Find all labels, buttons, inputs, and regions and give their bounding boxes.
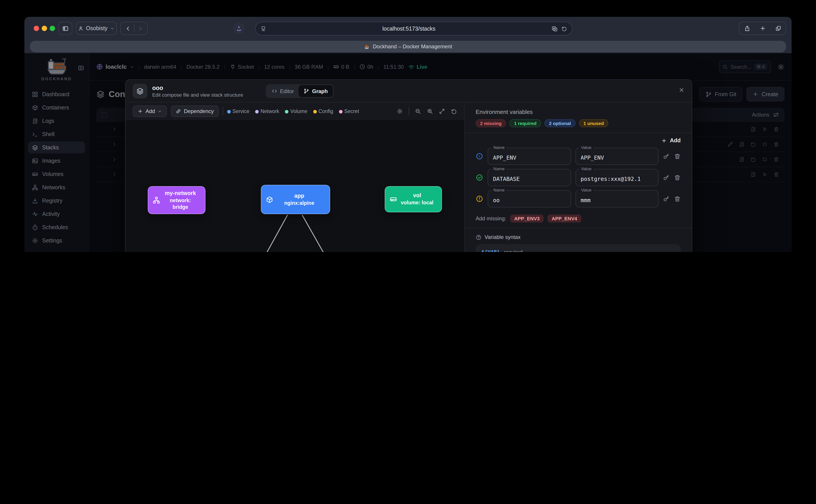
- tab-title-banner[interactable]: Dockhand – Docker Management: [30, 41, 786, 52]
- env-name-field: Name: [488, 190, 571, 207]
- network-icon: [153, 196, 160, 204]
- modal-header: ooo Edit compose file and view stack str…: [125, 80, 692, 102]
- env-name-input[interactable]: [488, 169, 571, 186]
- missing-var-pill[interactable]: APP_ENV4: [547, 215, 581, 223]
- reader-icon[interactable]: [261, 26, 266, 31]
- chevron-down-icon: [110, 26, 115, 31]
- user-menu-button[interactable]: Osobisty: [76, 22, 117, 35]
- reload-icon[interactable]: [561, 26, 567, 31]
- env-value-input[interactable]: [575, 190, 659, 207]
- zoom-in-icon[interactable]: [427, 108, 433, 114]
- graph-icon: [304, 88, 310, 94]
- delete-variable-button[interactable]: [674, 195, 681, 202]
- optional-badge: 2 optional: [544, 119, 575, 127]
- graph-node-app[interactable]: appnginx:alpine: [261, 185, 330, 214]
- env-name-input[interactable]: [488, 148, 571, 165]
- view-tabs: Editor Graph: [266, 84, 334, 98]
- valid-status-icon: [476, 174, 483, 181]
- trash-icon: [674, 153, 681, 160]
- traffic-light-close[interactable]: [34, 26, 39, 31]
- node-name: app: [275, 193, 324, 199]
- field-label: Value: [579, 166, 593, 171]
- env-var-row: Name Value: [476, 190, 681, 207]
- warning-status-icon: [476, 195, 483, 203]
- window-actions: [739, 22, 786, 35]
- divider: [409, 107, 409, 115]
- secret-key-button[interactable]: [663, 195, 670, 202]
- legend-config: Config: [313, 109, 333, 114]
- zoom-out-icon[interactable]: [415, 108, 421, 114]
- env-value-field: Value: [575, 148, 659, 165]
- screen: Osobisty localhost:5173/stacks: [0, 0, 816, 252]
- secret-key-button[interactable]: [663, 153, 670, 160]
- link-icon: [176, 109, 181, 114]
- key-icon: [663, 153, 670, 160]
- add-node-button[interactable]: Add: [133, 105, 167, 117]
- key-icon: [663, 174, 670, 181]
- back-button[interactable]: [122, 25, 134, 31]
- close-modal-button[interactable]: [679, 87, 685, 95]
- dependency-button[interactable]: Dependency: [171, 105, 219, 117]
- chevron-down-icon: [158, 109, 162, 113]
- stack-editor-modal: ooo Edit compose file and view stack str…: [125, 79, 692, 252]
- add-variable-button[interactable]: Add: [661, 137, 681, 144]
- missing-var-pill[interactable]: APP_ENV3: [510, 215, 543, 223]
- variable-syntax-header: Variable syntax: [476, 234, 681, 240]
- tab-editor[interactable]: Editor: [267, 85, 299, 97]
- delete-variable-button[interactable]: [674, 153, 681, 160]
- toggle-sidebar-button[interactable]: [58, 22, 72, 35]
- traffic-light-zoom[interactable]: [50, 26, 55, 31]
- syntax-row: ${VAR}required: [481, 249, 675, 252]
- graph-node-vol[interactable]: volvolume: local: [385, 186, 442, 212]
- user-menu-label: Osobisty: [86, 25, 107, 31]
- add-missing-label: Add missing:: [476, 215, 506, 222]
- env-panel-title: Environment variables: [476, 109, 681, 115]
- secret-key-button[interactable]: [663, 174, 670, 181]
- edge-app-redis: [302, 215, 371, 252]
- share-icon[interactable]: [744, 25, 750, 31]
- node-detail: volume: local: [399, 200, 435, 206]
- optional-status-icon: [476, 152, 483, 160]
- graph-legend: Service Network Volume Config Secret: [227, 109, 359, 114]
- env-value-input[interactable]: [575, 148, 659, 165]
- divider: [223, 107, 223, 115]
- fit-view-icon[interactable]: [439, 108, 445, 114]
- legend-service: Service: [227, 109, 250, 114]
- graph-canvas[interactable]: my-networknetwork: bridge appnginx:alpin…: [125, 120, 464, 252]
- syntax-code: ${VAR}: [481, 249, 500, 252]
- person-icon: [78, 26, 83, 31]
- edge-app-db: [221, 215, 288, 252]
- drive-icon: [390, 195, 397, 203]
- new-tab-icon[interactable]: [759, 25, 766, 31]
- volume-dot: [285, 110, 289, 113]
- translate-icon[interactable]: [551, 25, 558, 32]
- url-text[interactable]: localhost:5173/stacks: [266, 25, 551, 32]
- theme-icon[interactable]: [397, 108, 403, 114]
- graph-node-my-network[interactable]: my-networknetwork: bridge: [148, 186, 206, 214]
- sidebar-icon: [62, 25, 68, 32]
- service-dot: [227, 110, 231, 113]
- config-dot: [313, 110, 317, 113]
- tab-overview-icon[interactable]: [775, 25, 781, 31]
- graph-toolbar: Add Dependency Service Network Volume Co…: [125, 102, 464, 120]
- graph-pane: Add Dependency Service Network Volume Co…: [125, 102, 464, 252]
- graph-controls: [397, 107, 457, 115]
- field-label: Value: [579, 188, 593, 192]
- env-value-field: Value: [575, 169, 659, 186]
- field-label: Value: [579, 145, 593, 150]
- url-bar[interactable]: localhost:5173/stacks: [255, 22, 572, 35]
- tab-graph[interactable]: Graph: [299, 85, 333, 97]
- env-value-input[interactable]: [575, 169, 659, 186]
- delete-variable-button[interactable]: [674, 174, 681, 181]
- extension-button[interactable]: [233, 23, 245, 34]
- forward-button[interactable]: [134, 25, 146, 31]
- traffic-light-minimize[interactable]: [42, 26, 47, 31]
- field-label: Name: [492, 166, 506, 171]
- reset-view-icon[interactable]: [451, 108, 457, 114]
- browser-window: Osobisty localhost:5173/stacks: [24, 17, 792, 252]
- env-name-input[interactable]: [488, 190, 571, 207]
- env-value-field: Value: [575, 190, 659, 207]
- env-var-row: Name Value: [476, 169, 681, 186]
- chevron-right-icon: [137, 25, 143, 31]
- divider: [465, 228, 692, 228]
